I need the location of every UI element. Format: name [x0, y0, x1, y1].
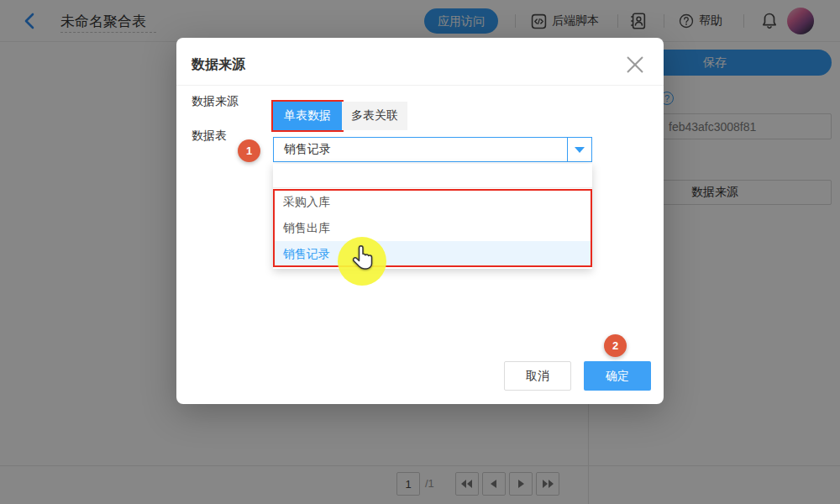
close-icon: [624, 54, 646, 76]
tab-single-table[interactable]: 单表数据: [273, 102, 342, 130]
app-window: 未命名聚合表 应用访问 后端脚本: [0, 0, 840, 504]
table-dropdown-panel: 采购入库 销售出库 销售记录: [273, 164, 592, 269]
step-1-badge: 1: [238, 139, 260, 162]
tab-multi-table[interactable]: 多表关联: [342, 102, 407, 130]
dialog-close-button[interactable]: [624, 54, 646, 76]
option-item[interactable]: 销售出库: [273, 215, 592, 241]
caret-down-icon: [575, 147, 585, 153]
option-item[interactable]: 采购入库: [273, 189, 592, 215]
dialog-title: 数据来源: [192, 56, 245, 74]
dropdown-search-input[interactable]: [273, 164, 592, 188]
source-type-label: 数据来源: [192, 94, 239, 109]
option-item-selected[interactable]: 销售记录: [273, 241, 592, 267]
table-label: 数据表: [192, 129, 227, 144]
cancel-button[interactable]: 取消: [504, 361, 571, 391]
step-2-badge: 2: [604, 334, 627, 357]
select-caret-cell[interactable]: [567, 138, 591, 161]
confirm-button[interactable]: 确定: [584, 361, 651, 391]
dialog-header-divider: [176, 85, 664, 86]
data-source-dialog: 数据来源 数据来源 单表数据 多表关联 数据表 1 销售记录 采购入库: [176, 38, 664, 404]
table-select[interactable]: 销售记录: [273, 137, 592, 162]
table-select-value: 销售记录: [274, 142, 567, 157]
hand-pointer-cursor-icon: [350, 244, 375, 271]
